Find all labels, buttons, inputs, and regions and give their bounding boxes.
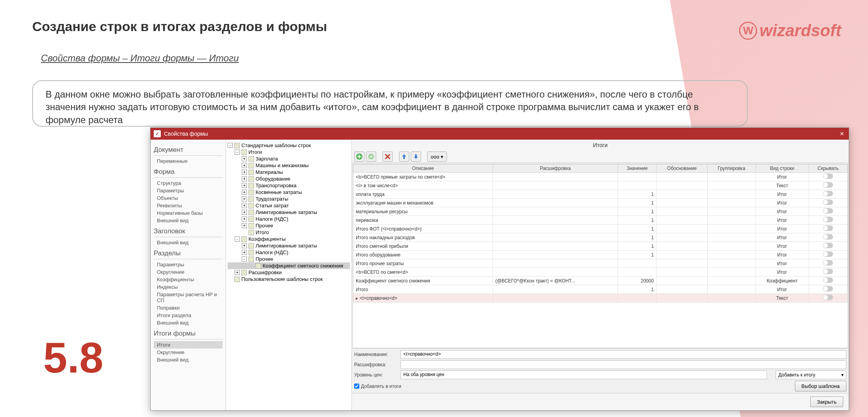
- cell[interactable]: материальные ресурсы: [353, 207, 493, 216]
- cell[interactable]: Итого оборудование: [353, 251, 493, 259]
- expand-icon[interactable]: +: [242, 210, 247, 215]
- column-header[interactable]: Вид строки: [756, 164, 809, 173]
- cell[interactable]: [618, 181, 657, 190]
- cell[interactable]: 1: [618, 285, 657, 294]
- nav-item[interactable]: Параметры: [154, 261, 223, 268]
- collapse-icon[interactable]: -: [235, 149, 240, 155]
- nav-item[interactable]: Внешний вид: [154, 217, 223, 224]
- cell[interactable]: [809, 181, 847, 190]
- tree-row[interactable]: -Прочее: [228, 256, 350, 262]
- cell[interactable]: [493, 268, 618, 277]
- cell[interactable]: [708, 216, 756, 225]
- nav-item[interactable]: Параметры: [154, 187, 223, 194]
- hide-toggle[interactable]: [823, 225, 833, 231]
- table-row[interactable]: материальные ресурсы1Итог: [353, 207, 848, 216]
- table-row[interactable]: Итого прочие затратыИтог: [353, 259, 848, 268]
- move-up-button[interactable]: [399, 151, 409, 162]
- cell[interactable]: [618, 294, 657, 303]
- close-icon[interactable]: ✕: [839, 130, 846, 137]
- move-down-button[interactable]: [411, 151, 421, 162]
- column-header[interactable]: Обоснование: [657, 164, 708, 173]
- collapse-icon[interactable]: -: [228, 143, 233, 148]
- cell[interactable]: [708, 294, 756, 303]
- tree-row[interactable]: +Зарплата: [228, 155, 350, 162]
- cell[interactable]: [809, 242, 847, 251]
- hide-toggle[interactable]: [823, 260, 833, 266]
- cell[interactable]: [708, 207, 756, 216]
- column-header[interactable]: Значение: [618, 164, 657, 173]
- cell[interactable]: [493, 190, 618, 199]
- table-row[interactable]: Итого накладных расходов1Итог: [353, 233, 848, 242]
- cell[interactable]: Текст: [756, 294, 809, 303]
- cell[interactable]: 1: [618, 242, 657, 251]
- cell[interactable]: <i>справочно<d>: [353, 294, 493, 303]
- cell[interactable]: Итог: [756, 268, 809, 277]
- expand-icon[interactable]: +: [242, 243, 247, 248]
- nav-item[interactable]: Индексы: [154, 283, 223, 291]
- add-to-totals-checkbox[interactable]: [354, 384, 359, 389]
- cell[interactable]: 1: [618, 225, 657, 233]
- tree-row[interactable]: +Лимитированные затраты: [228, 242, 350, 249]
- tree-row[interactable]: +Налоги (НДС): [228, 216, 350, 222]
- delete-button[interactable]: [383, 151, 393, 162]
- name-field[interactable]: <i>справочно<d>: [401, 350, 846, 359]
- cell[interactable]: [657, 173, 708, 181]
- tree-row[interactable]: +Лимитированные затраты: [228, 209, 350, 216]
- cell[interactable]: 20000: [618, 277, 657, 285]
- cell[interactable]: [708, 233, 756, 242]
- nav-item[interactable]: Итоги раздела: [154, 312, 223, 319]
- cell[interactable]: [809, 251, 847, 259]
- table-row[interactable]: Коэффициент сметного снижения(@ВСЕГО*@Kк…: [353, 277, 848, 285]
- hide-toggle[interactable]: [823, 251, 833, 257]
- tree-row[interactable]: +Налоги (НДС): [228, 249, 350, 256]
- cell[interactable]: оплата труда: [353, 190, 493, 199]
- cell[interactable]: (@ВСЕГО*@Kкон тракт) = @КОНТ...: [493, 277, 618, 285]
- cell[interactable]: [809, 294, 847, 303]
- cell[interactable]: 1: [618, 233, 657, 242]
- expand-icon[interactable]: +: [242, 183, 247, 188]
- cell[interactable]: [657, 259, 708, 268]
- add-to-total-select[interactable]: Добавить к итогу▾: [776, 371, 846, 379]
- collapse-icon[interactable]: -: [242, 256, 247, 262]
- table-row[interactable]: Итого ФОТ (<i>справочно<d>)1Итог: [353, 225, 848, 233]
- tree-row[interactable]: Итого: [228, 229, 350, 236]
- cell[interactable]: [708, 277, 756, 285]
- cell[interactable]: [708, 199, 756, 207]
- cell[interactable]: [809, 216, 847, 225]
- nav-item[interactable]: Внешний вид: [154, 239, 223, 246]
- cell[interactable]: [493, 251, 618, 259]
- cell[interactable]: [493, 181, 618, 190]
- cell[interactable]: Коэффициент сметного снижения: [353, 277, 493, 285]
- cell[interactable]: [809, 268, 847, 277]
- cell[interactable]: [657, 268, 708, 277]
- column-header[interactable]: Скрывать: [809, 164, 847, 173]
- table-row[interactable]: эксплуатация машин и механизмов1Итог: [353, 199, 848, 207]
- hide-toggle[interactable]: [823, 295, 833, 300]
- template-select-button[interactable]: Выбор шаблона: [795, 381, 846, 391]
- nav-item[interactable]: Итоги: [154, 341, 223, 349]
- expand-icon[interactable]: +: [242, 170, 247, 175]
- tree-row[interactable]: Пользовательские шаблоны строк: [228, 276, 350, 282]
- cell[interactable]: Итог: [756, 233, 809, 242]
- grid[interactable]: ОписаниеРасшифровкаЗначениеОбоснованиеГр…: [353, 164, 848, 348]
- cell[interactable]: [809, 277, 847, 285]
- cell[interactable]: [809, 259, 847, 268]
- cell[interactable]: [809, 285, 847, 294]
- add-green-button[interactable]: [354, 151, 364, 162]
- cell[interactable]: перевозка: [353, 216, 493, 225]
- expand-icon[interactable]: +: [242, 163, 247, 168]
- cell[interactable]: [708, 268, 756, 277]
- tree-row[interactable]: +Оборудование: [228, 175, 350, 182]
- cell[interactable]: [657, 199, 708, 207]
- cell[interactable]: [657, 216, 708, 225]
- table-row[interactable]: <b>ВСЕГО прямые затраты по смете<d>Итог: [353, 173, 848, 181]
- table-row[interactable]: Итого оборудование1Итог: [353, 251, 848, 259]
- collapse-icon[interactable]: -: [235, 236, 240, 242]
- hide-toggle[interactable]: [823, 182, 833, 188]
- cell[interactable]: [657, 294, 708, 303]
- cell[interactable]: [618, 259, 657, 268]
- nav-item[interactable]: Коэффициенты: [154, 276, 223, 283]
- cell[interactable]: [493, 173, 618, 181]
- nav-item[interactable]: Объекты: [154, 194, 223, 202]
- cell[interactable]: 1: [618, 251, 657, 259]
